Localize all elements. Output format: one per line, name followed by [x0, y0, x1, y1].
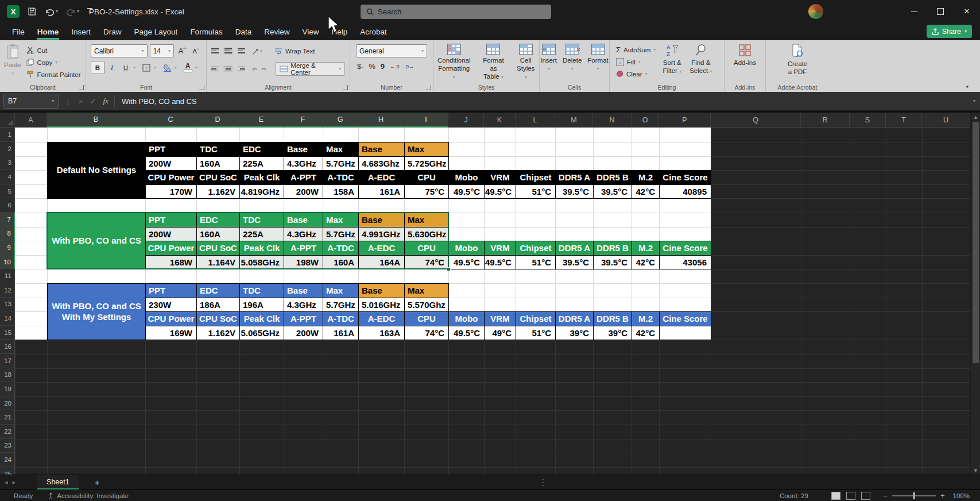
excel-app-icon[interactable]: X: [7, 5, 20, 18]
font-color-dropdown[interactable]: ▾: [195, 65, 197, 70]
fill-color-button[interactable]: [161, 61, 173, 74]
table-cell[interactable]: EDC: [196, 213, 240, 228]
table-cell[interactable]: 74°C: [404, 255, 449, 270]
zoom-level[interactable]: 100%: [953, 492, 970, 499]
undo-dropdown[interactable]: ▾: [56, 9, 58, 14]
column-header-C[interactable]: C: [145, 113, 196, 128]
table-cell[interactable]: 39°C: [555, 326, 594, 341]
row-header-17[interactable]: 17: [0, 354, 15, 368]
table-cell[interactable]: 186A: [196, 298, 240, 313]
table-cell[interactable]: Max: [404, 213, 449, 228]
italic-button[interactable]: I: [106, 61, 118, 74]
font-dialog-launcher[interactable]: [199, 85, 204, 90]
autosum-button[interactable]: Σ AutoSum ▾: [614, 44, 657, 56]
zoom-slider[interactable]: [892, 495, 936, 496]
minimize-button[interactable]: [901, 0, 927, 23]
row-header-10[interactable]: 10: [0, 255, 15, 269]
table-cell[interactable]: EDC: [196, 283, 240, 298]
table-cell[interactable]: CPU Power: [145, 241, 197, 256]
table-cell[interactable]: 170W: [145, 184, 197, 199]
row-header-20[interactable]: 20: [0, 396, 15, 411]
column-header-R[interactable]: R: [801, 113, 850, 128]
cut-button[interactable]: Cut: [25, 44, 82, 56]
table-cell[interactable]: A-TDC: [323, 170, 359, 185]
table-cell[interactable]: 4.683Ghz: [358, 156, 405, 171]
table-cell[interactable]: 49.5°C: [448, 184, 485, 199]
underline-button[interactable]: U: [119, 61, 132, 74]
find-select-button[interactable]: Find &Select ▾: [685, 40, 716, 82]
bold-button[interactable]: B: [91, 61, 104, 74]
row-header-4[interactable]: 4: [0, 170, 15, 184]
fill-button[interactable]: ↓ Fill ▾: [614, 56, 657, 68]
select-all-corner[interactable]: [0, 113, 15, 128]
table-cell[interactable]: Base: [358, 213, 405, 228]
column-header-S[interactable]: S: [850, 113, 886, 128]
increase-decimal-button[interactable]: ←.0: [390, 64, 400, 70]
table-cell[interactable]: 49.5°C: [448, 255, 485, 270]
clear-button[interactable]: Clear ▾: [614, 68, 657, 80]
addins-button[interactable]: Add-ins: [725, 40, 765, 82]
vertical-scrollbar[interactable]: ▲ ▼: [970, 113, 980, 475]
table-cell[interactable]: PPT: [145, 142, 197, 157]
paste-button[interactable]: Paste ▾: [0, 40, 25, 82]
table-cell[interactable]: DDR5 B: [593, 170, 632, 185]
currency-button[interactable]: $▾: [357, 62, 363, 71]
table-cell[interactable]: Max: [323, 213, 359, 228]
table-cell[interactable]: VRM: [484, 311, 516, 326]
table-cell[interactable]: 42°C: [632, 255, 660, 270]
table-cell[interactable]: 4.3GHz: [284, 156, 323, 171]
table-cell[interactable]: 161A: [323, 326, 359, 341]
row-header-15[interactable]: 15: [0, 326, 15, 340]
vertical-scroll-thumb[interactable]: [973, 122, 979, 363]
insert-cells-button[interactable]: Insert ▾: [538, 40, 559, 82]
table-cell[interactable]: A-TDC: [323, 241, 359, 256]
paste-dropdown[interactable]: ▾: [11, 71, 14, 76]
search-input[interactable]: Search: [361, 5, 551, 19]
insert-function-button[interactable]: fx: [103, 97, 109, 106]
row-header-18[interactable]: 18: [0, 368, 15, 383]
underline-dropdown[interactable]: ▾: [133, 65, 135, 70]
table-cell[interactable]: A-EDC: [358, 170, 405, 185]
align-center-button[interactable]: [223, 65, 233, 73]
table-cell[interactable]: DDR5 A: [555, 311, 594, 326]
table-cell[interactable]: Peak Clk: [239, 170, 284, 185]
undo-button[interactable]: ▾: [45, 7, 58, 16]
table-cell[interactable]: DDR5 A: [555, 241, 594, 256]
percent-button[interactable]: %: [369, 62, 375, 71]
table-cell[interactable]: Base: [284, 142, 323, 157]
table-cell[interactable]: A-PPT: [284, 311, 323, 326]
table-cell[interactable]: 49.5°C: [448, 326, 485, 341]
table-cell[interactable]: 39.5°C: [593, 255, 632, 270]
expand-formula-bar-button[interactable]: ▾: [973, 99, 975, 103]
menu-tab-acrobat[interactable]: Acrobat: [354, 23, 393, 40]
sheet-tab-active[interactable]: Sheet1: [37, 475, 79, 490]
row-header-16[interactable]: 16: [0, 340, 15, 354]
decrease-indent-button[interactable]: ⇦: [252, 66, 257, 72]
zoom-slider-thumb[interactable]: [913, 492, 915, 499]
table-cell[interactable]: 39°C: [593, 326, 632, 341]
table-cell[interactable]: 42°C: [632, 184, 660, 199]
redo-button[interactable]: ▾: [66, 7, 79, 16]
table-cell[interactable]: Chipset: [516, 311, 556, 326]
column-header-O[interactable]: O: [632, 113, 659, 128]
redo-dropdown[interactable]: ▾: [77, 9, 79, 14]
decrease-decimal-button[interactable]: .0→: [405, 64, 415, 70]
table-cell[interactable]: CPU SoC: [196, 170, 240, 185]
format-as-table-button[interactable]: Format asTable ▾: [477, 40, 510, 82]
table-cell[interactable]: M.2: [632, 170, 660, 185]
orientation-dropdown[interactable]: ▾: [260, 49, 262, 53]
table-cell[interactable]: A-TDC: [323, 311, 359, 326]
align-bottom-button[interactable]: [238, 48, 245, 53]
table-cell[interactable]: Peak Clk: [239, 311, 284, 326]
table-cell[interactable]: 169W: [145, 326, 197, 341]
wrap-text-button[interactable]: Wrap Text: [273, 45, 316, 57]
table-cell[interactable]: 161A: [358, 184, 405, 199]
share-button[interactable]: Share ▾: [927, 25, 972, 38]
borders-button[interactable]: [140, 61, 153, 74]
row-header-5[interactable]: 5: [0, 184, 15, 199]
column-header-D[interactable]: D: [196, 113, 239, 128]
clear-dropdown[interactable]: ▾: [645, 72, 647, 76]
formula-input[interactable]: With PBO, CO and CS: [114, 95, 969, 107]
table-cell[interactable]: 5.630GHz: [404, 227, 449, 242]
scroll-down-arrow[interactable]: ▼: [971, 466, 980, 475]
